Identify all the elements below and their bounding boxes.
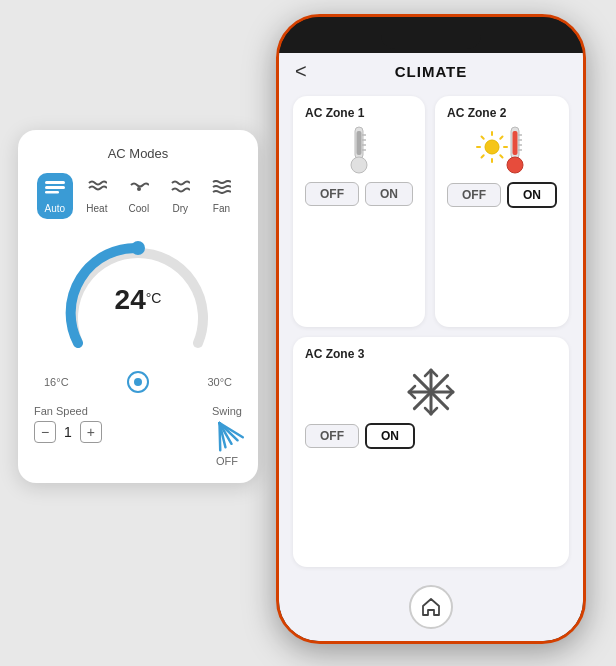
svg-rect-2 — [45, 191, 59, 194]
mode-cool-label: Cool — [129, 203, 150, 214]
mode-fan-label: Fan — [213, 203, 230, 214]
fan-speed-label: Fan Speed — [34, 405, 102, 417]
zone-3-on-button[interactable]: ON — [365, 423, 415, 449]
heat-icon — [87, 178, 107, 199]
mode-auto-label: Auto — [45, 203, 66, 214]
snowflake-icon — [405, 366, 457, 418]
phone-screen: < CLIMATE AC Zone 1 — [279, 53, 583, 641]
zone-card-2: AC Zone 2 — [435, 96, 569, 327]
zone-2-name: AC Zone 2 — [447, 106, 557, 120]
notch — [381, 27, 481, 49]
swing-status: OFF — [216, 455, 238, 467]
mode-dry[interactable]: Dry — [162, 173, 198, 219]
swing-section: Swing OFF — [212, 405, 242, 467]
zone-2-on-button[interactable]: ON — [507, 182, 557, 208]
phone-notch-area — [279, 17, 583, 53]
svg-line-24 — [500, 137, 502, 139]
cool-icon — [129, 178, 149, 199]
zone-3-name: AC Zone 3 — [305, 347, 557, 361]
zone-3-toggle-row: OFF ON — [305, 423, 557, 449]
fan-icon — [211, 178, 231, 199]
back-button[interactable]: < — [295, 60, 307, 83]
mode-heat-label: Heat — [86, 203, 107, 214]
mode-dry-label: Dry — [172, 203, 188, 214]
thermometer-heat-icon — [476, 125, 528, 177]
svg-rect-0 — [45, 181, 65, 184]
fan-increment-button[interactable]: + — [80, 421, 102, 443]
svg-point-3 — [137, 187, 141, 191]
zones-grid: AC Zone 1 OFF — [279, 86, 583, 577]
temp-min: 16°C — [44, 376, 69, 388]
zone-card-1: AC Zone 1 OFF — [293, 96, 425, 327]
mode-cool[interactable]: Cool — [121, 173, 158, 219]
auto-icon — [45, 178, 65, 199]
card-title: AC Modes — [34, 146, 242, 161]
dry-icon — [170, 178, 190, 199]
svg-point-17 — [485, 140, 499, 154]
svg-point-12 — [351, 157, 367, 173]
scene: AC Modes Auto — [0, 0, 616, 666]
swing-icon — [206, 414, 249, 458]
svg-rect-27 — [513, 131, 518, 155]
zone-1-on-button[interactable]: ON — [365, 182, 413, 206]
svg-point-4 — [131, 241, 145, 255]
svg-point-28 — [507, 157, 523, 173]
svg-rect-1 — [45, 186, 65, 189]
temp-range: 16°C 30°C — [34, 371, 242, 393]
zone-1-toggle-row: OFF ON — [305, 182, 413, 206]
mode-heat[interactable]: Heat — [78, 173, 115, 219]
temp-value: 24 — [115, 284, 146, 315]
fan-controls: − 1 + — [34, 421, 102, 443]
phone-header: < CLIMATE — [279, 53, 583, 86]
zone-card-3: AC Zone 3 — [293, 337, 569, 568]
zone-1-name: AC Zone 1 — [305, 106, 413, 120]
svg-line-23 — [500, 155, 502, 157]
home-button[interactable] — [409, 585, 453, 629]
zone-1-icon-wrap — [305, 126, 413, 176]
zone-2-icon-wrap — [447, 126, 557, 176]
fan-swing-row: Fan Speed − 1 + Swing — [34, 405, 242, 467]
slider-handle[interactable] — [127, 371, 149, 393]
zone-1-off-button[interactable]: OFF — [305, 182, 359, 206]
zone-2-toggle-row: OFF ON — [447, 182, 557, 208]
svg-line-22 — [482, 137, 484, 139]
thermostat: 24°C — [58, 233, 218, 363]
phone: < CLIMATE AC Zone 1 — [276, 14, 586, 644]
zone-3-off-button[interactable]: OFF — [305, 424, 359, 448]
zone-2-off-button[interactable]: OFF — [447, 183, 501, 207]
fan-speed-section: Fan Speed − 1 + — [34, 405, 102, 443]
ac-modes-row: Auto Heat — [34, 173, 242, 219]
svg-rect-11 — [357, 131, 362, 155]
temp-max: 30°C — [207, 376, 232, 388]
ac-modes-card: AC Modes Auto — [18, 130, 258, 483]
mode-auto[interactable]: Auto — [37, 173, 74, 219]
fan-decrement-button[interactable]: − — [34, 421, 56, 443]
thermometer-icon-1 — [344, 125, 374, 177]
phone-title: CLIMATE — [395, 63, 468, 80]
fan-value: 1 — [64, 424, 72, 440]
home-icon — [420, 596, 442, 618]
temp-display: 24°C — [115, 284, 162, 316]
mode-fan[interactable]: Fan — [203, 173, 239, 219]
temp-unit: °C — [146, 290, 162, 306]
zone-3-icon-wrap — [305, 367, 557, 417]
phone-home-area — [279, 577, 583, 641]
svg-line-25 — [482, 155, 484, 157]
